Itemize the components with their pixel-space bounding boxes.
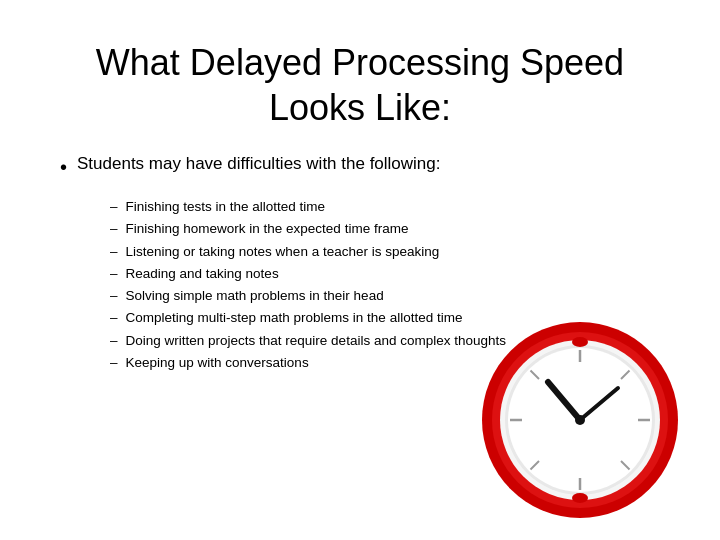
slide-title: What Delayed Processing Speed Looks Like… xyxy=(50,40,670,130)
list-item-text: Reading and taking notes xyxy=(126,263,279,285)
svg-point-16 xyxy=(572,493,588,503)
svg-point-17 xyxy=(572,337,588,347)
list-item-text: Doing written projects that require deta… xyxy=(126,330,506,352)
list-item: –Solving simple math problems in their h… xyxy=(110,285,670,307)
list-item: –Listening or taking notes when a teache… xyxy=(110,241,670,263)
slide: What Delayed Processing Speed Looks Like… xyxy=(0,0,720,540)
list-item-text: Finishing tests in the allotted time xyxy=(126,196,326,218)
dash-symbol: – xyxy=(110,241,118,263)
list-item-text: Finishing homework in the expected time … xyxy=(126,218,409,240)
dash-symbol: – xyxy=(110,196,118,218)
slide-subtitle: • Students may have difficulties with th… xyxy=(60,154,670,180)
list-item-text: Solving simple math problems in their he… xyxy=(126,285,384,307)
dash-symbol: – xyxy=(110,307,118,329)
list-item-text: Keeping up with conversations xyxy=(126,352,309,374)
dash-symbol: – xyxy=(110,285,118,307)
list-item-text: Completing multi-step math problems in t… xyxy=(126,307,463,329)
dash-symbol: – xyxy=(110,352,118,374)
dash-symbol: – xyxy=(110,330,118,352)
dash-symbol: – xyxy=(110,263,118,285)
list-item-text: Listening or taking notes when a teacher… xyxy=(126,241,440,263)
list-item: –Reading and taking notes xyxy=(110,263,670,285)
dash-symbol: – xyxy=(110,218,118,240)
subtitle-text: Students may have difficulties with the … xyxy=(77,154,441,174)
list-item: –Finishing homework in the expected time… xyxy=(110,218,670,240)
clock-illustration xyxy=(480,320,680,520)
bullet-dot: • xyxy=(60,154,67,180)
list-item: –Finishing tests in the allotted time xyxy=(110,196,670,218)
svg-point-15 xyxy=(575,415,585,425)
